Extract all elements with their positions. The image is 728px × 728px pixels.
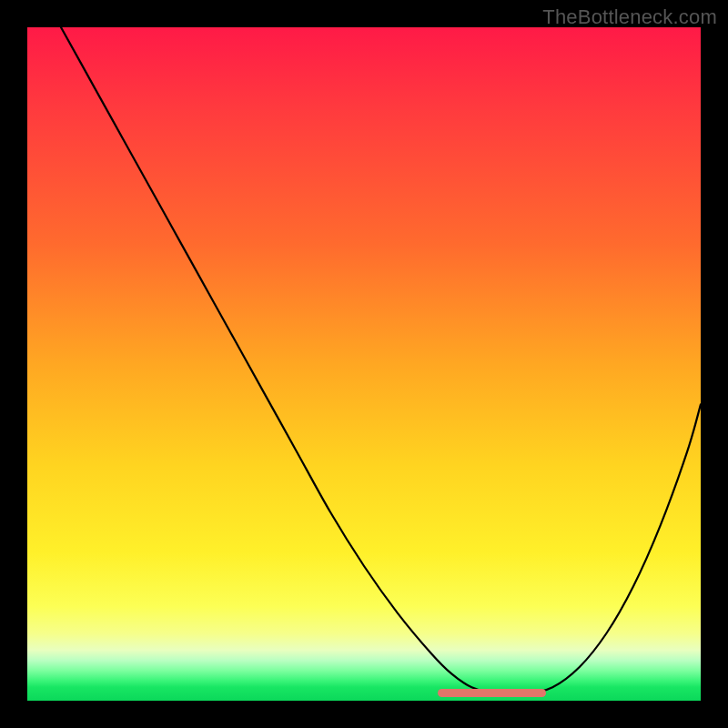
chart-frame: TheBottleneck.com bbox=[0, 0, 728, 728]
bottleneck-curve bbox=[27, 27, 701, 701]
watermark-text: TheBottleneck.com bbox=[542, 5, 717, 29]
optimal-range-marker bbox=[438, 689, 545, 697]
plot-area bbox=[27, 27, 701, 701]
